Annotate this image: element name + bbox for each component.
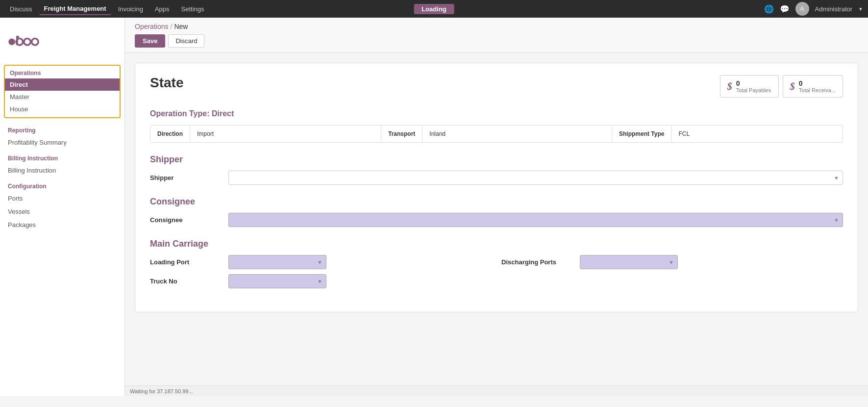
sidebar-configuration-label: Configuration	[0, 179, 124, 192]
sidebar-item-billing[interactable]: Billing Instruction	[0, 164, 124, 177]
consignee-title: Consignee	[150, 197, 843, 207]
state-header: State $ 0 Total Payables $ 0	[150, 75, 843, 98]
sidebar-operations-label: Operations	[5, 68, 120, 78]
transport-value: Inland	[422, 126, 612, 142]
odoo-logo	[0, 23, 124, 63]
total-receivables-badge[interactable]: $ 0 Total Receiva...	[783, 75, 843, 98]
action-buttons: Save Discard	[135, 34, 858, 48]
truck-no-label: Truck No	[150, 278, 228, 285]
globe-icon[interactable]: 🌐	[764, 4, 774, 14]
operation-type-title: Operation Type: Direct	[150, 109, 843, 118]
status-bar: Waiting for 37.187.50.99...	[125, 385, 868, 396]
payables-icon: $	[727, 81, 732, 91]
receivables-info: 0 Total Receiva...	[799, 79, 836, 93]
loading-port-row: Loading Port ▼	[150, 255, 492, 269]
action-bar: Operations / New Save Discard	[125, 18, 868, 53]
breadcrumb-current: New	[174, 23, 188, 30]
svg-point-4	[32, 39, 39, 46]
transport-group: Transport Inland	[381, 126, 612, 142]
discard-button[interactable]: Discard	[168, 34, 204, 48]
payables-count: 0	[736, 79, 771, 87]
transport-label: Transport	[381, 126, 422, 142]
state-title: State	[150, 75, 183, 91]
form-content: State $ 0 Total Payables $ 0	[125, 53, 868, 385]
truck-no-input-container: ▼	[228, 274, 326, 288]
shipper-field-row: Shipper ▼	[150, 171, 843, 185]
top-navigation: Discuss Freight Management Invoicing App…	[0, 0, 868, 18]
admin-label: Administrator	[815, 5, 853, 13]
payables-label: Total Payables	[736, 87, 771, 93]
fields-row: Direction Import Transport Inland Shippm…	[150, 125, 843, 143]
avatar[interactable]: A	[795, 2, 809, 16]
loading-port-input-container: ▼	[228, 255, 326, 269]
consignee-field-row: Consignee ▼	[150, 213, 843, 227]
shipper-select[interactable]	[228, 171, 843, 185]
receivables-count: 0	[799, 79, 836, 87]
nav-settings[interactable]: Settings	[176, 3, 209, 15]
consignee-section: Consignee Consignee ▼	[150, 197, 843, 227]
sidebar-item-vessels[interactable]: Vessels	[0, 205, 124, 218]
carriage-fields: Loading Port ▼ Discharging Ports	[150, 255, 843, 269]
svg-point-5	[17, 36, 19, 38]
loading-port-select[interactable]	[228, 255, 326, 269]
receivables-label: Total Receiva...	[799, 87, 836, 93]
nav-items: Discuss Freight Management Invoicing App…	[5, 3, 209, 15]
save-button[interactable]: Save	[135, 34, 165, 48]
truck-no-select[interactable]	[228, 274, 326, 288]
sidebar-item-direct[interactable]: Direct	[5, 78, 120, 91]
shipper-section: Shipper Shipper ▼	[150, 154, 843, 185]
sidebar-billing-label: Billing Instruction	[0, 151, 124, 164]
direction-group: Direction Import	[150, 126, 381, 142]
discharging-ports-label: Discharging Ports	[501, 258, 580, 266]
main-carriage-title: Main Carriage	[150, 239, 843, 249]
main-layout: Operations Direct Master House Reporting…	[0, 18, 868, 396]
nav-discuss[interactable]: Discuss	[5, 3, 37, 15]
loading-port-label: Loading Port	[150, 258, 228, 266]
discharging-ports-select[interactable]	[580, 255, 678, 269]
chat-icon[interactable]: 💬	[780, 4, 790, 14]
direction-value: Import	[190, 126, 381, 142]
chevron-down-icon[interactable]: ▼	[858, 6, 863, 12]
total-payables-badge[interactable]: $ 0 Total Payables	[720, 75, 779, 98]
shipment-type-group: Shippment Type FCL	[612, 126, 843, 142]
sidebar-item-house[interactable]: House	[5, 103, 120, 115]
sidebar-item-ports[interactable]: Ports	[0, 192, 124, 205]
sidebar-reporting-label: Reporting	[0, 123, 124, 136]
shipper-input-container: ▼	[228, 171, 843, 185]
discharging-ports-row: Discharging Ports ▼	[501, 255, 843, 269]
shipment-type-label: Shippment Type	[612, 126, 671, 142]
payables-info: 0 Total Payables	[736, 79, 771, 93]
form-card: State $ 0 Total Payables $ 0	[135, 63, 858, 312]
nav-invoicing[interactable]: Invoicing	[113, 3, 148, 15]
breadcrumb-parent[interactable]: Operations	[135, 23, 168, 30]
svg-point-3	[24, 39, 31, 46]
nav-freight-management[interactable]: Freight Management	[39, 3, 111, 15]
consignee-input-container: ▼	[228, 213, 843, 227]
svg-point-0	[8, 39, 15, 46]
status-text: Waiting for 37.187.50.99...	[130, 388, 193, 394]
nav-apps[interactable]: Apps	[150, 3, 174, 15]
consignee-select[interactable]	[228, 213, 843, 227]
main-carriage-section: Main Carriage Loading Port ▼	[150, 239, 843, 288]
sidebar-operations-group: Operations Direct Master House	[4, 65, 121, 118]
sidebar-item-master[interactable]: Master	[5, 91, 120, 103]
nav-right: 🌐 💬 A Administrator ▼	[764, 2, 863, 16]
state-badges: $ 0 Total Payables $ 0 Total Receiva...	[720, 75, 843, 98]
shipment-type-value: FCL	[671, 126, 843, 142]
sidebar: Operations Direct Master House Reporting…	[0, 18, 125, 396]
breadcrumb-separator: /	[170, 23, 172, 30]
sidebar-item-profitability[interactable]: Profitablity Summary	[0, 136, 124, 149]
discharging-ports-input-container: ▼	[580, 255, 678, 269]
content-area: Operations / New Save Discard State $	[125, 18, 868, 396]
loading-badge: Loading	[414, 4, 454, 14]
shipper-label: Shipper	[150, 174, 228, 181]
breadcrumb: Operations / New	[135, 23, 858, 30]
sidebar-item-packages[interactable]: Packages	[0, 218, 124, 231]
direction-label: Direction	[150, 126, 190, 142]
shipper-title: Shipper	[150, 154, 843, 165]
operation-type-section: Operation Type: Direct Direction Import …	[150, 109, 843, 143]
receivables-icon: $	[790, 81, 795, 91]
consignee-label: Consignee	[150, 216, 228, 224]
truck-no-row: Truck No ▼	[150, 274, 843, 288]
